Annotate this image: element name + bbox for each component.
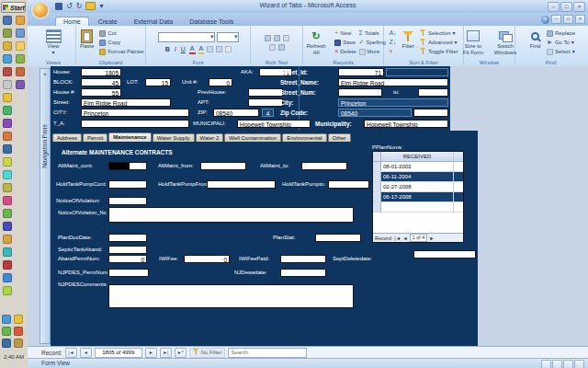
taskbar-icon[interactable] [2, 327, 11, 336]
select-button[interactable]: Select ▾ [547, 48, 575, 55]
tab-home[interactable]: Home [55, 17, 89, 26]
form-tab-address[interactable]: Address [52, 133, 82, 142]
taskbar-icon[interactable] [3, 67, 12, 76]
child-minimize-button[interactable]: – [551, 15, 561, 24]
spelling-button[interactable]: ✓ Spelling [359, 39, 386, 46]
subform-row[interactable]: 08-01-2002 [373, 162, 463, 172]
new-record-button[interactable]: + New [334, 29, 356, 37]
alt-maint-cont-field[interactable] [108, 162, 147, 170]
bullets-icon[interactable] [265, 35, 271, 41]
redo-icon[interactable]: ↻ [76, 2, 83, 10]
open-icon[interactable] [85, 2, 96, 10]
form-tab-well-contamination[interactable]: Well Contamination [224, 133, 281, 142]
taskbar-icon[interactable] [16, 67, 25, 76]
subform-row[interactable]: 02-27-2008 [373, 182, 463, 192]
close-button[interactable]: × [573, 2, 585, 12]
sept-delete-field[interactable] [413, 250, 476, 259]
iwi-fee-field[interactable]: 0 [184, 255, 230, 263]
city2-field[interactable]: Princeton [338, 98, 448, 107]
taskbar-icon[interactable] [2, 339, 11, 348]
taskbar-icon[interactable] [3, 286, 12, 295]
alt-maint-from-field[interactable] [200, 162, 246, 170]
row-selector[interactable] [373, 202, 381, 212]
taskbar-icon[interactable] [3, 235, 12, 244]
delete-record-button[interactable]: × Delete [334, 48, 356, 55]
datasheet-view-toggle[interactable] [552, 360, 562, 368]
house-field[interactable]: 1805 [81, 68, 121, 76]
zip-field[interactable]: 08540 [213, 109, 259, 117]
next-record-button[interactable]: ► [145, 348, 157, 358]
font-color-button[interactable]: A [189, 44, 196, 54]
qat-dropdown-icon[interactable]: ▾ [99, 2, 103, 10]
alt-maint-to-field[interactable] [301, 162, 347, 170]
septic-aband-field[interactable] [108, 246, 147, 254]
toggle-filter-button[interactable]: Toggle Filter [420, 48, 458, 55]
subform-first-record-icon[interactable]: |◄ [394, 236, 401, 241]
tab-database-tools[interactable]: Database Tools [182, 17, 241, 26]
size-to-fit-button[interactable]: Size to Fit Form [458, 28, 488, 57]
street-name-field[interactable]: Elm Ridge Road [338, 78, 448, 86]
plan-doc-date-field[interactable] [108, 234, 147, 242]
start-button[interactable]: Start [1, 2, 26, 13]
align-center-icon[interactable] [216, 46, 222, 52]
no-filter-toggle[interactable]: No Filter [189, 348, 226, 358]
taskbar-icon[interactable] [16, 29, 25, 38]
taskbar-icon[interactable] [16, 80, 25, 89]
municipali-field[interactable]: Hopewell Township [237, 120, 311, 128]
city-field[interactable]: Princeton [81, 109, 189, 117]
taskbar-icon[interactable] [3, 273, 12, 282]
subform-prev-record-icon[interactable]: ◄ [402, 236, 407, 241]
design-view-toggle[interactable] [574, 360, 584, 368]
subform-row[interactable]: 06-17-2008 [373, 192, 463, 202]
gridlines-icon[interactable] [225, 46, 232, 52]
format-painter-button[interactable]: Format Painter [99, 48, 144, 55]
taskbar-icon[interactable] [3, 41, 12, 51]
street-num-to-field[interactable] [418, 88, 448, 97]
office-button[interactable] [31, 1, 50, 19]
taskbar-icon[interactable] [16, 41, 25, 51]
form-tab-maintenance[interactable]: Maintenance [108, 132, 151, 142]
taskbar-icon[interactable] [3, 119, 12, 128]
taskbar-icon[interactable] [3, 157, 12, 167]
subform-select-all[interactable] [373, 152, 381, 161]
form-tab-permit[interactable]: Permit [83, 133, 107, 142]
njpdes-perm-num-field[interactable] [108, 269, 149, 277]
subform-new-row[interactable] [373, 202, 463, 213]
prev-house-field[interactable] [248, 88, 283, 97]
municipality-field[interactable]: Hopewell Township [364, 120, 448, 128]
taskbar-icon[interactable] [3, 132, 12, 141]
form-tab-water-supply[interactable]: Water Supply [153, 133, 195, 142]
hold-tank-cont-field[interactable] [108, 180, 147, 189]
search-input[interactable]: Search [228, 348, 307, 358]
house-num-field[interactable]: 55 [81, 88, 121, 97]
highlight-icon[interactable] [278, 44, 285, 51]
taskbar-icon[interactable] [16, 16, 25, 25]
iwi-fee-paid-field[interactable] [280, 255, 326, 263]
taskbar-icon[interactable] [3, 144, 12, 154]
child-close-button[interactable]: × [575, 15, 585, 24]
subform-row[interactable]: 06-11-2004 [373, 172, 463, 182]
minimize-button[interactable]: – [548, 2, 560, 12]
tab-external-data[interactable]: External Data [127, 17, 180, 26]
taskbar-icon[interactable] [2, 315, 11, 324]
paste-button[interactable]: Paste [77, 28, 96, 52]
align-left-icon[interactable] [207, 46, 213, 52]
unit-field[interactable]: 0 [209, 78, 232, 86]
taskbar-icon[interactable] [3, 183, 12, 192]
font-name-select[interactable]: ▾ [158, 32, 215, 42]
underline-button[interactable]: U [180, 45, 187, 53]
taskbar-icon[interactable] [3, 196, 12, 205]
save-record-button[interactable]: Save [334, 39, 356, 46]
taskbar-icon[interactable] [3, 80, 12, 89]
nj-desw-date-field[interactable] [280, 269, 326, 277]
taskbar-icon[interactable] [3, 247, 12, 257]
zip-code-ext-field[interactable] [413, 109, 448, 117]
hold-tank-from-field[interactable] [207, 180, 276, 189]
fill-color-button[interactable]: A [198, 44, 205, 54]
undo-icon[interactable]: ↺ [66, 2, 73, 10]
record-position[interactable]: 1805 of 4999 [95, 348, 142, 358]
indent-icon[interactable] [283, 35, 289, 41]
taskbar-icon[interactable] [3, 209, 12, 218]
previous-record-button[interactable]: ◄ [80, 348, 92, 358]
street-num-field[interactable] [338, 88, 382, 97]
